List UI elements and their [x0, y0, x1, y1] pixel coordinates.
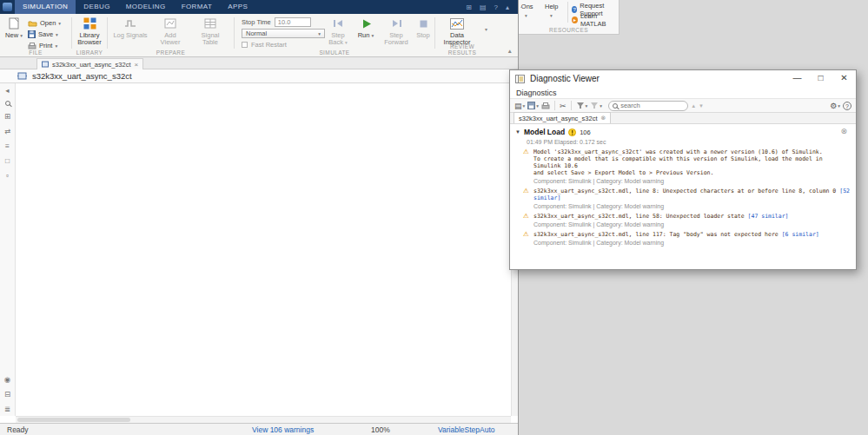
status-bar: Ready View 106 warnings 100% VariableSte…: [0, 423, 518, 435]
help-button[interactable]: Help: [545, 3, 558, 10]
stage-filter-button[interactable]: ▾: [590, 102, 602, 109]
new-button[interactable]: New ▾: [3, 16, 25, 39]
property-inspector-icon[interactable]: ≣: [4, 405, 10, 413]
chevron-down-icon: ▾: [600, 103, 602, 109]
chevron-down-icon: ▾: [525, 11, 527, 19]
diagnostic-tab-bar: s32k3xx_uart_async_s32ct ⊗: [510, 113, 856, 124]
fast-restart-checkbox[interactable]: [242, 42, 248, 48]
fit-to-view-icon[interactable]: ⊞: [4, 112, 10, 121]
model-data-icon[interactable]: ⊟: [4, 390, 10, 399]
add-viewer-button[interactable]: Add Viewer: [154, 16, 187, 46]
horizontal-scrollbar[interactable]: [16, 416, 511, 423]
area-box-icon[interactable]: □: [5, 156, 10, 165]
printer-icon: [28, 43, 36, 49]
pan-icon[interactable]: ⇄: [4, 127, 10, 135]
run-icon: [354, 16, 377, 30]
hide-browser-icon[interactable]: ◂: [5, 86, 9, 95]
scrollbar-thumb[interactable]: [17, 418, 130, 422]
chevron-down-icon: ▾: [372, 33, 374, 38]
warning-icon: ⚠: [523, 188, 533, 201]
chevron-down-icon: ▾: [56, 32, 58, 37]
scissors-icon: ✂: [560, 102, 567, 110]
collapse-toolstrip-icon[interactable]: ▴: [506, 3, 509, 11]
diagnostic-viewer-icon: [515, 75, 525, 83]
resources-group-label: RESOURCES: [519, 27, 619, 33]
stop-time-input[interactable]: [275, 17, 311, 27]
help-icon[interactable]: ?: [843, 102, 851, 110]
library-browser-button[interactable]: Library Browser: [73, 16, 106, 46]
run-button[interactable]: Run ▾: [354, 16, 377, 39]
similar-warnings-link[interactable]: [47 similar]: [748, 213, 789, 220]
step-back-icon: [325, 16, 351, 30]
panel-icon[interactable]: ▤: [480, 3, 487, 11]
open-button[interactable]: Open▾: [28, 17, 61, 29]
tab-format[interactable]: FORMAT: [174, 0, 221, 14]
message-text: s32k3xx_uart_async_s32ct.mdl, line 58: U…: [533, 213, 745, 220]
close-icon[interactable]: ×: [134, 61, 138, 69]
chevron-down-icon: ▾: [55, 43, 57, 49]
filter-button[interactable]: ▾: [576, 102, 588, 109]
tab-simulation[interactable]: SIMULATION: [15, 0, 76, 14]
step-forward-button[interactable]: Step Forward: [381, 16, 412, 46]
solver-link[interactable]: VariableStepAuto: [438, 425, 495, 434]
library-browser-label: Library Browser: [77, 31, 102, 46]
tab-modeling[interactable]: MODELING: [118, 0, 174, 14]
help-label: Help: [545, 3, 558, 10]
model-load-group-header[interactable]: ▼ Model Load 106 ⊗: [515, 127, 851, 137]
review-dropdown-caret[interactable]: ▾: [485, 26, 487, 32]
addons-button[interactable]: Add-Ons: [520, 3, 540, 10]
settings-button[interactable]: ⚙▾: [830, 102, 840, 110]
data-inspector-icon: [439, 16, 475, 30]
view-warnings-link[interactable]: View 106 warnings: [252, 425, 314, 434]
save-button[interactable]: ▾: [527, 102, 539, 109]
search-input[interactable]: [620, 102, 676, 109]
simulation-mode-select[interactable]: Normal ▾: [242, 29, 325, 38]
close-icon[interactable]: ⊗: [600, 115, 606, 122]
search-box[interactable]: [608, 101, 688, 111]
signal-table-icon: [193, 16, 228, 30]
print-button[interactable]: [541, 102, 550, 109]
chevron-down-icon: ▾: [345, 40, 348, 45]
maximize-icon[interactable]: □: [809, 70, 832, 87]
update-diagram-icon[interactable]: ◉: [4, 375, 10, 384]
tab-apps[interactable]: APPS: [220, 0, 255, 14]
search-next-icon[interactable]: ▼: [699, 103, 704, 109]
model-canvas[interactable]: ◂ ⊞ ⇄ ≡ □ ▫ ◉ ⊟ ≣: [0, 83, 518, 423]
stop-button[interactable]: Stop: [414, 16, 433, 39]
simulate-group: Stop Time Normal ▾ Fast Restart Step Bac…: [235, 14, 434, 56]
warning-count: 106: [580, 129, 591, 136]
save-button[interactable]: Save▾: [28, 29, 61, 40]
step-back-button[interactable]: Step Back ▾: [325, 16, 351, 46]
dismiss-group-icon[interactable]: ⊗: [840, 127, 847, 135]
tab-debug[interactable]: DEBUG: [76, 0, 117, 14]
cut-button[interactable]: ✂: [560, 102, 567, 110]
zoom-level: 100%: [371, 425, 390, 434]
viewmark-icon[interactable]: ▫: [6, 171, 9, 180]
chevron-down-icon: ▾: [523, 103, 526, 109]
similar-warnings-link[interactable]: [6 similar]: [782, 231, 819, 238]
annotation-icon[interactable]: ≡: [5, 142, 10, 150]
minimize-icon[interactable]: —: [785, 70, 809, 87]
signal-table-button[interactable]: Signal Table: [193, 16, 228, 46]
diagnostics-menu[interactable]: Diagnostics: [516, 89, 557, 97]
diagnostic-title-bar[interactable]: Diagnostic Viewer — □ ✕: [510, 70, 856, 87]
new-report-button[interactable]: ▤▾: [514, 102, 525, 110]
search-previous-icon[interactable]: ▲: [691, 103, 696, 109]
model-icon: [17, 71, 27, 81]
model-document-tab[interactable]: s32k3xx_uart_async_s32ct ×: [36, 58, 143, 69]
zoom-icon[interactable]: [5, 101, 10, 106]
layout-icon[interactable]: ⊞: [466, 3, 472, 11]
ribbon-collapse-icon[interactable]: ▲: [507, 48, 513, 54]
search-icon: [613, 103, 618, 109]
message-meta: Component: Simulink | Category: Model wa…: [533, 203, 851, 209]
data-inspector-button[interactable]: Data Inspector: [439, 16, 475, 46]
close-icon[interactable]: ✕: [832, 70, 856, 87]
status-ready: Ready: [7, 425, 29, 434]
diagnostic-model-tab[interactable]: s32k3xx_uart_async_s32ct ⊗: [514, 112, 611, 123]
review-group-label: REVIEW RESULTS: [435, 43, 489, 56]
learn-matlab-button[interactable]: ▸ Learn MATLAB: [572, 12, 619, 28]
chevron-expand-icon[interactable]: ▼: [515, 129, 520, 135]
log-signals-button[interactable]: Log Signals: [113, 16, 148, 39]
breadcrumb-model-name[interactable]: s32k3xx_uart_async_s32ct: [32, 71, 132, 81]
help-icon[interactable]: ?: [494, 3, 498, 11]
